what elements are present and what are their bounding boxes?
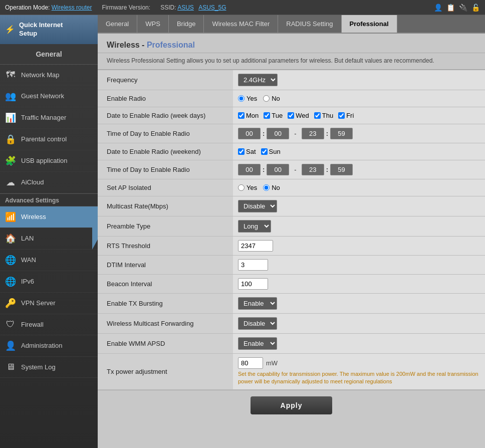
tx-power-input[interactable] (238, 357, 263, 369)
control-dtim-interval (233, 256, 485, 275)
page-title-suffix: Professional (147, 41, 195, 49)
sidebar-label-wan: WAN (21, 256, 36, 264)
control-beacon-interval (233, 275, 485, 294)
sidebar-item-usb-application[interactable]: 🧩 USB application (0, 150, 98, 172)
firewall-icon: 🛡 (5, 319, 16, 330)
usb-icon[interactable]: 🔌 (459, 4, 467, 12)
preamble-type-select[interactable]: Long Short (238, 220, 271, 233)
guest-network-icon: 👥 (5, 91, 16, 102)
enable-radio-no[interactable] (263, 95, 270, 102)
tab-general[interactable]: General (98, 15, 137, 33)
sidebar-item-network-map[interactable]: 🗺 Network Map (0, 65, 98, 86)
check-sat-label[interactable]: Sat (238, 148, 256, 155)
time-we-to-m[interactable] (330, 164, 353, 175)
wmm-apsd-select[interactable]: Enable Disable (238, 337, 277, 350)
sidebar-label-traffic-manager: Traffic Manager (21, 114, 66, 121)
time-wd-from-h[interactable] (238, 128, 261, 139)
quick-setup-button[interactable]: ⚡ Quick InternetSetup (0, 15, 98, 44)
ap-isolated-yes[interactable] (238, 184, 245, 191)
dtim-interval-input[interactable] (238, 259, 268, 271)
quick-setup-icon: ⚡ (5, 25, 15, 34)
apply-button[interactable]: Apply (251, 396, 333, 414)
label-wmf: Wireless Multicast Forwarding (98, 314, 233, 334)
control-tx-bursting: Enable Disable (233, 294, 485, 314)
row-dtim-interval: DTIM Interval (98, 256, 485, 275)
check-sun-label[interactable]: Sun (261, 148, 281, 155)
frequency-select[interactable]: 2.4GHz 5GHz (238, 74, 278, 86)
ssid-2g[interactable]: ASUS (177, 4, 194, 11)
check-tue[interactable] (264, 112, 270, 119)
check-wed[interactable] (288, 112, 294, 119)
tab-radius-setting[interactable]: RADIUS Setting (278, 15, 341, 33)
ap-isolated-no-label[interactable]: No (263, 184, 280, 191)
row-wmf: Wireless Multicast Forwarding Disable En… (98, 314, 485, 334)
enable-radio-yes[interactable] (238, 95, 245, 102)
rts-threshold-input[interactable] (238, 240, 273, 252)
general-section-label: General (0, 44, 98, 65)
control-wmf: Disable Enable (233, 314, 485, 334)
copy-icon[interactable]: 📋 (446, 4, 455, 12)
tab-professional[interactable]: Professional (342, 15, 397, 33)
time-we-to-h[interactable] (302, 164, 324, 175)
beacon-interval-input[interactable] (238, 278, 268, 290)
time-wd-from-m[interactable] (267, 128, 289, 139)
tab-bridge[interactable]: Bridge (169, 15, 204, 33)
sidebar-label-guest-network: Guest Network (21, 92, 64, 100)
layout: ⚡ Quick InternetSetup General 🗺 Network … (0, 15, 485, 448)
sidebar-item-aicloud[interactable]: ☁ AiCloud (0, 172, 98, 193)
sidebar-item-wireless[interactable]: 📶 Wireless (0, 206, 98, 228)
enable-radio-group: Yes No (238, 95, 480, 102)
check-thu[interactable] (314, 112, 321, 119)
quick-setup-label: Quick InternetSetup (19, 21, 63, 38)
usb-application-icon: 🧩 (5, 155, 16, 166)
row-time-weekend: Time of Day to Enable Radio : - : (98, 160, 485, 179)
tab-wps[interactable]: WPS (137, 15, 169, 33)
sidebar-item-wan[interactable]: 🌐 WAN (0, 250, 98, 271)
check-mon-label[interactable]: Mon (238, 112, 259, 119)
tab-wireless-mac-filter[interactable]: Wireless MAC Filter (204, 15, 278, 33)
row-wmm-apsd: Enable WMM APSD Enable Disable (98, 334, 485, 354)
ssid-label: SSID: (160, 4, 176, 11)
check-sat[interactable] (238, 148, 245, 155)
sidebar-item-traffic-manager[interactable]: 📊 Traffic Manager (0, 107, 98, 129)
sidebar-item-parental-control[interactable]: 🔒 Parental control (0, 129, 98, 150)
check-tue-label[interactable]: Tue (264, 112, 283, 119)
check-thu-label[interactable]: Thu (314, 112, 333, 119)
ap-isolated-yes-label[interactable]: Yes (238, 184, 257, 191)
ssid-5g[interactable]: ASUS_5G (198, 4, 226, 11)
parental-control-icon: 🔒 (5, 134, 16, 145)
enable-radio-yes-label[interactable]: Yes (238, 95, 257, 102)
enable-radio-no-label[interactable]: No (263, 95, 280, 102)
sidebar-item-firewall[interactable]: 🛡 Firewall (0, 314, 98, 335)
time-wd-to-m[interactable] (330, 128, 353, 139)
check-wed-label[interactable]: Wed (288, 112, 309, 119)
sidebar-item-vpn-server[interactable]: 🔑 VPN Server (0, 293, 98, 314)
label-beacon-interval: Beacon Interval (98, 275, 233, 294)
check-mon[interactable] (238, 112, 245, 119)
tx-power-note: Set the capability for transmission powe… (238, 370, 480, 386)
sidebar-item-administration[interactable]: 👤 Administration (0, 335, 98, 357)
check-fri-label[interactable]: Fri (338, 112, 354, 119)
row-ap-isolated: Set AP Isolated Yes No (98, 179, 485, 196)
op-mode-value[interactable]: Wireless router (52, 4, 92, 11)
user-icon[interactable]: 👤 (434, 4, 442, 12)
check-sun[interactable] (261, 148, 268, 155)
sidebar-item-system-log[interactable]: 🖥 System Log (0, 357, 98, 378)
logout-icon[interactable]: 🔓 (471, 4, 480, 12)
multicast-rate-select[interactable]: Disable 125.5 6911 (238, 200, 277, 212)
time-wd-to-h[interactable] (302, 128, 324, 139)
content-area: Wireless - Professional Wireless Profess… (98, 34, 485, 448)
sidebar-label-aicloud: AiCloud (21, 178, 44, 186)
sidebar-label-lan: LAN (21, 235, 34, 242)
time-we-from-m[interactable] (267, 164, 289, 175)
ap-isolated-no[interactable] (263, 184, 270, 191)
row-preamble-type: Preamble Type Long Short (98, 216, 485, 237)
check-fri[interactable] (338, 112, 345, 119)
label-tx-bursting: Enable TX Bursting (98, 294, 233, 314)
tx-bursting-select[interactable]: Enable Disable (238, 297, 277, 310)
wmf-select[interactable]: Disable Enable (238, 317, 277, 330)
time-we-from-h[interactable] (238, 164, 261, 175)
sidebar-item-ipv6[interactable]: 🌐 IPv6 (0, 271, 98, 293)
sidebar-item-lan[interactable]: 🏠 LAN (0, 228, 98, 250)
sidebar-item-guest-network[interactable]: 👥 Guest Network (0, 86, 98, 107)
